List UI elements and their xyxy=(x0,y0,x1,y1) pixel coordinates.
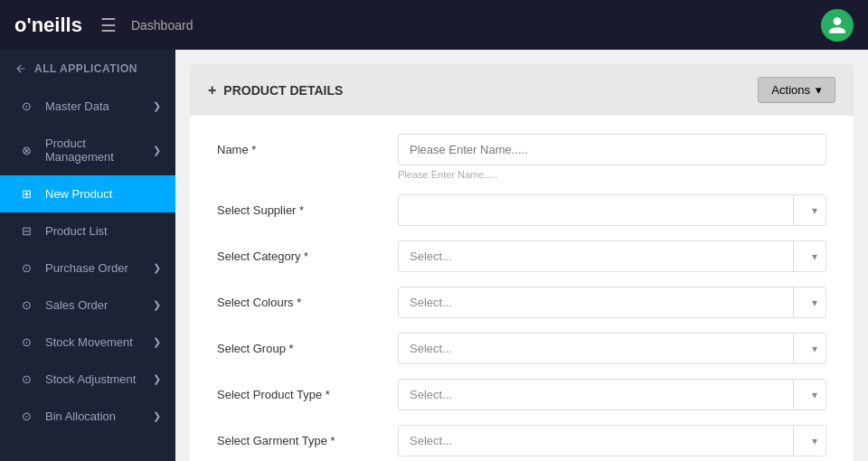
name-label: Name * xyxy=(217,134,398,156)
colours-field: Select... ▾ xyxy=(398,287,826,318)
product-list-icon: ⊟ xyxy=(18,224,34,238)
sidebar-label-product-list: Product List xyxy=(45,224,161,238)
garment-type-select-wrapper: Select... ▾ xyxy=(398,425,826,456)
supplier-select-wrapper: ▾ xyxy=(398,194,826,226)
sidebar-label-bin-allocation: Bin Allocation xyxy=(45,409,153,423)
sidebar-label-product-management: Product Management xyxy=(45,136,153,164)
logo: o'neills xyxy=(14,14,82,37)
form-row-group: Select Group * Select... ▾ xyxy=(217,333,826,364)
colours-select-wrapper: Select... ▾ xyxy=(398,287,826,318)
sidebar-label-stock-adjustment: Stock Adjustment xyxy=(45,372,153,386)
select-divider-gt xyxy=(793,425,794,456)
top-navigation: o'neills ☰ Dashboard xyxy=(0,0,868,50)
sidebar: ALL APPLICATION ⊙ Master Data ❯ ⊗ Produc… xyxy=(0,50,175,461)
group-select-wrapper: Select... ▾ xyxy=(398,333,826,364)
form-row-garment-type: Select Garment Type * Select... ▾ xyxy=(217,425,826,456)
user-icon xyxy=(827,15,847,35)
form-row-name: Name * Please Enter Name..... xyxy=(217,134,826,180)
purchase-order-icon: ⊙ xyxy=(18,261,34,275)
product-type-select[interactable]: Select... xyxy=(398,379,826,410)
product-type-select-wrapper: Select... ▾ xyxy=(398,379,826,410)
page-layout: ALL APPLICATION ⊙ Master Data ❯ ⊗ Produc… xyxy=(0,0,868,461)
sidebar-item-stock-adjustment[interactable]: ⊙ Stock Adjustment ❯ xyxy=(0,361,175,398)
name-hint: Please Enter Name..... xyxy=(398,169,826,180)
actions-button[interactable]: Actions ▾ xyxy=(758,77,835,103)
card-header: + PRODUCT DETAILS Actions ▾ xyxy=(190,64,854,116)
form-body: Name * Please Enter Name..... Select Sup… xyxy=(190,116,854,461)
hamburger-button[interactable]: ☰ xyxy=(100,14,117,36)
chevron-icon-po: ❯ xyxy=(153,262,161,274)
card-title: + PRODUCT DETAILS xyxy=(208,82,343,99)
group-label: Select Group * xyxy=(217,333,398,355)
supplier-label: Select Supplier * xyxy=(217,194,398,217)
product-details-card: + PRODUCT DETAILS Actions ▾ Name * Pleas… xyxy=(190,64,854,461)
sales-order-icon: ⊙ xyxy=(18,298,34,312)
product-type-label: Select Product Type * xyxy=(217,379,398,401)
bin-allocation-icon: ⊙ xyxy=(18,409,34,423)
sidebar-item-sales-order[interactable]: ⊙ Sales Order ❯ xyxy=(0,287,175,324)
sidebar-label-stock-movement: Stock Movement xyxy=(45,335,153,349)
category-select-wrapper: Select... ▾ xyxy=(398,240,826,272)
name-field: Please Enter Name..... xyxy=(398,134,826,180)
sidebar-label-master-data: Master Data xyxy=(45,99,153,113)
chevron-icon-sa: ❯ xyxy=(153,373,161,385)
sidebar-label-purchase-order: Purchase Order xyxy=(45,261,153,275)
sidebar-item-product-list[interactable]: ⊟ Product List xyxy=(0,212,175,249)
chevron-icon-pm: ❯ xyxy=(153,145,161,156)
group-select[interactable]: Select... xyxy=(398,333,826,364)
group-field: Select... ▾ xyxy=(398,333,826,364)
chevron-icon-ba: ❯ xyxy=(153,410,161,422)
select-divider-pt xyxy=(793,379,794,410)
name-input[interactable] xyxy=(398,134,826,165)
chevron-icon-so: ❯ xyxy=(153,299,161,311)
stock-adjustment-icon: ⊙ xyxy=(18,372,34,386)
back-arrow-icon xyxy=(14,62,27,75)
sidebar-label-new-product: New Product xyxy=(45,187,161,201)
form-row-product-type: Select Product Type * Select... ▾ xyxy=(217,379,826,410)
category-label: Select Category * xyxy=(217,240,398,263)
form-row-supplier: Select Supplier * ▾ xyxy=(217,194,826,226)
actions-label: Actions xyxy=(771,83,810,97)
select-divider xyxy=(793,194,794,226)
nav-dashboard-title: Dashboard xyxy=(131,18,193,33)
form-row-category: Select Category * Select... ▾ xyxy=(217,240,826,272)
plus-icon: + xyxy=(208,82,216,99)
sidebar-header-label: ALL APPLICATION xyxy=(34,62,137,75)
supplier-select[interactable] xyxy=(398,194,826,226)
category-field: Select... ▾ xyxy=(398,240,826,272)
garment-type-field: Select... ▾ xyxy=(398,425,826,456)
main-content: + PRODUCT DETAILS Actions ▾ Name * Pleas… xyxy=(175,50,868,461)
select-divider-grp xyxy=(793,333,794,364)
sidebar-item-stock-movement[interactable]: ⊙ Stock Movement ❯ xyxy=(0,324,175,361)
new-product-icon: ⊞ xyxy=(18,187,34,201)
garment-type-select[interactable]: Select... xyxy=(398,425,826,456)
sidebar-header[interactable]: ALL APPLICATION xyxy=(0,50,175,88)
avatar[interactable] xyxy=(821,9,854,42)
colours-select[interactable]: Select... xyxy=(398,287,826,318)
sidebar-item-new-product[interactable]: ⊞ New Product xyxy=(0,175,175,212)
chevron-icon-sm: ❯ xyxy=(153,336,161,348)
product-management-icon: ⊗ xyxy=(18,144,34,157)
sidebar-item-bin-allocation[interactable]: ⊙ Bin Allocation ❯ xyxy=(0,398,175,435)
select-divider-cat xyxy=(793,240,794,272)
garment-type-label: Select Garment Type * xyxy=(217,425,398,447)
sidebar-item-product-management[interactable]: ⊗ Product Management ❯ xyxy=(0,125,175,175)
card-title-text: PRODUCT DETAILS xyxy=(223,83,343,98)
master-data-icon: ⊙ xyxy=(18,99,34,113)
colours-label: Select Colours * xyxy=(217,287,398,309)
supplier-field: ▾ xyxy=(398,194,826,226)
sidebar-item-purchase-order[interactable]: ⊙ Purchase Order ❯ xyxy=(0,249,175,287)
stock-movement-icon: ⊙ xyxy=(18,335,34,349)
actions-chevron-icon: ▾ xyxy=(816,83,822,97)
category-select[interactable]: Select... xyxy=(398,240,826,272)
sidebar-label-sales-order: Sales Order xyxy=(45,298,153,312)
chevron-icon: ❯ xyxy=(153,100,161,112)
select-divider-col xyxy=(793,287,794,318)
product-type-field: Select... ▾ xyxy=(398,379,826,410)
sidebar-item-master-data[interactable]: ⊙ Master Data ❯ xyxy=(0,88,175,125)
logo-text: o'neills xyxy=(14,14,82,37)
form-row-colours: Select Colours * Select... ▾ xyxy=(217,287,826,318)
